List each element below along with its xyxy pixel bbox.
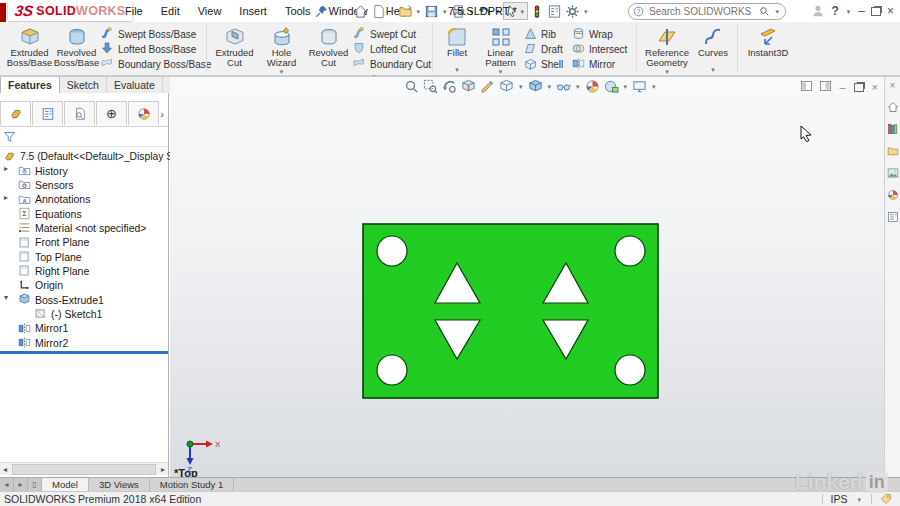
expand-down-icon[interactable]: ▾ xyxy=(4,293,8,302)
rebuild-button[interactable] xyxy=(529,3,545,20)
tree-item-boss-extrude1[interactable]: ▾Boss-Extrude1 xyxy=(0,292,168,306)
part-hole[interactable] xyxy=(615,355,645,385)
tag-editor-icon[interactable] xyxy=(880,493,892,505)
apply-scene-icon[interactable] xyxy=(603,79,620,94)
curves-caret-icon[interactable]: ▾ xyxy=(709,66,717,73)
tree-item-material[interactable]: Material <not specified> xyxy=(0,221,168,235)
menu-view[interactable]: View xyxy=(189,5,231,17)
pin-menu-icon[interactable] xyxy=(315,4,328,22)
doc-minimize-button[interactable]: – xyxy=(839,81,845,93)
part-hole[interactable] xyxy=(615,236,645,266)
previous-view-icon[interactable] xyxy=(441,79,458,94)
doc-restore-button[interactable] xyxy=(854,83,864,92)
dynamic-annotation-views-icon[interactable] xyxy=(479,79,496,94)
help-button[interactable]: ? xyxy=(831,4,838,18)
tab-scroll-left-button[interactable]: ◂ xyxy=(0,478,14,491)
menu-insert[interactable]: Insert xyxy=(230,5,276,17)
file-properties-button[interactable] xyxy=(546,3,563,20)
extruded-boss-base-button[interactable]: Extruded Boss/Base xyxy=(6,23,53,74)
graphics-area[interactable]: ▾ ▾ ▾ ▾ ▾ – × xyxy=(170,77,884,477)
search-caret-icon[interactable]: ▾ xyxy=(773,8,781,15)
lofted-boss-base-button[interactable]: Lofted Boss/Base xyxy=(100,43,202,55)
swept-boss-base-button[interactable]: Swept Boss/Base xyxy=(100,28,202,40)
view-orientation-icon[interactable] xyxy=(498,79,515,94)
featuremanager-tree-tab[interactable] xyxy=(0,101,31,125)
tab-features[interactable]: Features xyxy=(0,76,60,93)
menu-edit[interactable]: Edit xyxy=(152,5,189,17)
tab-scroll-right-button[interactable]: ▸ xyxy=(14,478,28,491)
reference-geometry-button[interactable]: Reference Geometry ▾ xyxy=(641,23,693,74)
units-selector[interactable]: IPS xyxy=(831,493,848,505)
save-button[interactable] xyxy=(423,3,440,20)
view-settings-caret-icon[interactable]: ▾ xyxy=(650,83,658,90)
home-tab-icon[interactable] xyxy=(885,101,900,113)
wrap-button[interactable]: Wrap xyxy=(572,28,632,40)
help-caret-icon[interactable]: ▾ xyxy=(845,8,853,15)
zoom-to-area-icon[interactable] xyxy=(422,79,439,94)
search-input[interactable] xyxy=(647,5,756,18)
configurationmanager-tab[interactable] xyxy=(64,101,95,125)
lofted-cut-button[interactable]: Lofted Cut xyxy=(352,43,428,55)
restore-button[interactable] xyxy=(871,7,881,16)
part-hole[interactable] xyxy=(377,355,407,385)
tree-item-history[interactable]: ▸History xyxy=(0,163,168,177)
tree-item-equations[interactable]: ΣEquations xyxy=(0,206,168,220)
mirror-button[interactable]: Mirror xyxy=(572,58,632,70)
propertymanager-tab[interactable] xyxy=(32,101,63,125)
apply-scene-caret-icon[interactable]: ▾ xyxy=(622,83,630,90)
select-caret-icon[interactable]: ▾ xyxy=(519,8,527,15)
intersect-button[interactable]: Intersect xyxy=(572,43,632,55)
tree-item-origin[interactable]: Origin xyxy=(0,278,168,292)
revolved-cut-button[interactable]: Revolved Cut xyxy=(305,23,352,74)
hole-wizard-caret-icon[interactable]: ▾ xyxy=(278,68,286,75)
tree-item-right-plane[interactable]: Right Plane xyxy=(0,264,168,278)
tree-root-part[interactable]: 7.5 (Default<<Default>_Display State 1> xyxy=(0,149,168,163)
reference-geometry-caret-icon[interactable]: ▾ xyxy=(663,68,671,75)
model-part[interactable] xyxy=(362,223,659,399)
panel-horizontal-scrollbar[interactable]: ◂ ▸ xyxy=(0,462,168,475)
expand-right-icon[interactable]: ▸ xyxy=(4,193,8,202)
rollback-bar[interactable] xyxy=(0,351,168,354)
user-account-icon[interactable] xyxy=(811,4,825,18)
rib-button[interactable]: Rib xyxy=(524,28,572,40)
displaymanager-tab[interactable] xyxy=(128,101,159,125)
panel-overflow-chevron-icon[interactable]: › xyxy=(160,108,168,120)
boundary-boss-base-button[interactable]: Boundary Boss/Base xyxy=(100,58,202,70)
linear-pattern-button[interactable]: Linear Pattern ▾ xyxy=(477,23,524,74)
file-explorer-icon[interactable] xyxy=(885,145,900,157)
hide-show-caret-icon[interactable]: ▾ xyxy=(574,83,582,90)
display-style-icon[interactable] xyxy=(527,79,544,94)
open-caret-icon[interactable]: ▾ xyxy=(415,8,423,15)
view-orientation-caret-icon[interactable]: ▾ xyxy=(517,83,525,90)
units-caret-icon[interactable]: ▾ xyxy=(855,496,863,503)
close-button[interactable]: × xyxy=(887,4,894,18)
options-caret-icon[interactable]: ▾ xyxy=(582,8,590,15)
new-caret-icon[interactable]: ▾ xyxy=(388,8,396,15)
design-library-icon[interactable] xyxy=(885,123,900,135)
hole-wizard-button[interactable]: Hole Wizard ▾ xyxy=(258,23,305,74)
extruded-cut-button[interactable]: Extruded Cut xyxy=(211,23,258,74)
tab-3d-views[interactable]: 3D Views xyxy=(89,478,150,491)
tab-splitter-handle[interactable]: ▯ xyxy=(28,478,42,491)
expand-right-icon[interactable]: ▸ xyxy=(4,164,8,173)
custom-properties-icon[interactable] xyxy=(885,211,900,223)
view-palette-icon[interactable] xyxy=(885,167,900,179)
section-view-icon[interactable] xyxy=(460,79,477,94)
revolved-boss-base-button[interactable]: Revolved Boss/Base xyxy=(53,23,100,74)
linear-pattern-caret-icon[interactable]: ▾ xyxy=(497,68,505,75)
tree-item-mirror1[interactable]: Mirror1 xyxy=(0,321,168,335)
scrollbar-thumb[interactable] xyxy=(12,464,156,475)
part-hole[interactable] xyxy=(377,236,407,266)
instant3d-button[interactable]: Instant3D xyxy=(742,23,794,74)
tree-item-annotations[interactable]: ▸AAnnotations xyxy=(0,192,168,206)
fillet-button[interactable]: Fillet ▾ xyxy=(437,23,477,74)
menu-file[interactable]: File xyxy=(116,5,152,17)
tree-item-top-plane[interactable]: Top Plane xyxy=(0,249,168,263)
hide-show-items-icon[interactable] xyxy=(555,79,572,94)
open-button[interactable] xyxy=(397,3,414,20)
split-pane-left-icon[interactable] xyxy=(801,81,812,93)
tab-sketch[interactable]: Sketch xyxy=(60,77,107,93)
new-document-button[interactable] xyxy=(370,3,387,20)
display-style-caret-icon[interactable]: ▾ xyxy=(546,83,554,90)
curves-button[interactable]: Curves ▾ xyxy=(693,23,733,74)
